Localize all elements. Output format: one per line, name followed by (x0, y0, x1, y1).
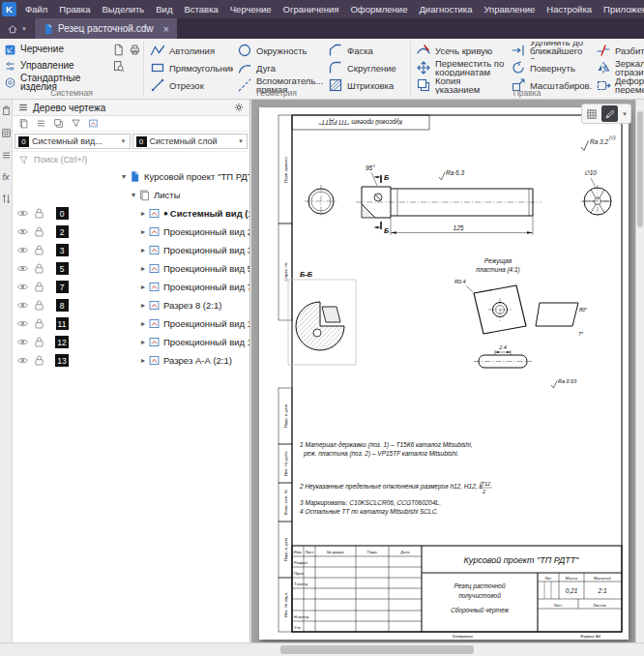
toolbar-chevron[interactable]: ▼ (620, 105, 629, 122)
fx-panel-icon[interactable]: fx (2, 172, 9, 182)
lock-icon[interactable] (31, 244, 47, 256)
tree-item-view[interactable]: 11 ▸ Проекционный вид 11 (4 (13, 314, 249, 333)
tree-copy-icon[interactable] (53, 118, 64, 129)
vertical-scrollbar-thumb[interactable] (637, 111, 643, 227)
new-document-button[interactable] (110, 42, 126, 57)
expand-arrow[interactable]: ▸ (138, 319, 148, 328)
expand-arrow[interactable]: ▾ (129, 191, 138, 199)
menu-edit[interactable]: Правка (53, 2, 96, 16)
horizontal-scrollbar-thumb[interactable] (280, 645, 474, 654)
tree-search[interactable]: Поиск (Ctrl+/) (13, 152, 249, 168)
chevron-down-icon[interactable]: ▼ (238, 138, 244, 144)
grid-panel-icon[interactable] (1, 128, 12, 138)
menu-diagnostics[interactable]: Диагностика (413, 2, 478, 16)
menu-file[interactable]: Файл (19, 2, 53, 16)
grid-toggle-button[interactable] (583, 105, 600, 122)
right-end-view[interactable]: ∅10 (581, 169, 614, 218)
expand-arrow[interactable]: ▸ (138, 227, 148, 236)
document-tab[interactable]: Резец расточной.cdw × (35, 18, 177, 39)
menu-settings[interactable]: Настройка (541, 2, 598, 16)
visibility-eye-icon[interactable] (15, 354, 31, 367)
clipboard-panel-icon[interactable] (1, 105, 12, 116)
tree-sheets-icon[interactable] (18, 118, 29, 129)
visibility-eye-icon[interactable] (15, 317, 31, 330)
lock-icon[interactable] (31, 225, 47, 238)
visibility-eye-icon[interactable] (15, 336, 31, 348)
btn-arc[interactable]: Дуга (235, 59, 324, 76)
expand-arrow[interactable]: ▸ (138, 283, 148, 291)
btn-autoline[interactable]: Автолиния (148, 42, 233, 59)
print-preview-button[interactable] (110, 58, 126, 74)
expand-arrow[interactable]: ▸ (138, 209, 148, 218)
menu-constraints[interactable]: Ограничения (278, 2, 345, 16)
visibility-eye-icon[interactable] (15, 299, 31, 312)
btn-circle[interactable]: Окружность (235, 42, 324, 59)
expand-arrow[interactable]: ▸ (138, 246, 148, 254)
lock-icon[interactable] (31, 354, 47, 367)
expand-arrow[interactable]: ▸ (138, 356, 148, 365)
menu-management[interactable]: Управление (479, 2, 542, 16)
tree-item-view[interactable]: 12 ▸ Проекционный вид 12 (4 (13, 333, 249, 351)
layer-filter-combo[interactable]: 0 Системный слой ▼ (132, 134, 249, 149)
tree-item-sheets[interactable]: ▾ Листы (13, 186, 249, 204)
section-view-bb[interactable]: Б-Б (288, 270, 356, 365)
lock-icon[interactable] (31, 207, 47, 220)
btn-split[interactable]: Разбить (594, 42, 644, 59)
tree-item-view[interactable]: 13 ▸ Разрез А-А (2:1) (13, 351, 249, 370)
btn-move-by-coords[interactable]: Переместить по координатам (414, 59, 507, 76)
visibility-eye-icon[interactable] (15, 207, 31, 220)
tree-item-view[interactable]: 5 ▸ Проекционный вид 5 (2: (13, 259, 249, 278)
tree-view-icon[interactable] (88, 118, 99, 129)
lock-icon[interactable] (31, 281, 47, 293)
btn-rectangle[interactable]: Прямоугольник (148, 59, 233, 76)
visibility-eye-icon[interactable] (15, 244, 31, 256)
home-dropdown-icon[interactable]: ▼ (21, 26, 27, 32)
ribbon-tab-drawing[interactable]: Черчение (2, 42, 108, 58)
btn-rotate[interactable]: Повернуть (509, 59, 592, 76)
list-panel-icon[interactable] (1, 150, 12, 161)
btn-chamfer[interactable]: Фаска (326, 42, 407, 59)
gear-icon[interactable] (233, 102, 245, 113)
drawing-sheet[interactable]: Перв. примен. Справ. № Подп. и дата Инв.… (259, 107, 629, 640)
tree-item-view[interactable]: 8 ▸ Разрез 8 (2:1) (13, 296, 249, 314)
lock-icon[interactable] (31, 262, 47, 275)
btn-extend[interactable]: Удлинить до ближайшего о... (509, 42, 592, 59)
btn-mirror[interactable]: Зеркально отразить (594, 59, 644, 76)
insert-view[interactable]: Режущая пластина (4:1) R0.4 80° 7° (454, 257, 588, 388)
lock-icon[interactable] (31, 299, 47, 312)
home-button[interactable]: ▼ (0, 18, 34, 39)
main-view[interactable]: Б Б 95° Ra 6.3 125 (356, 164, 542, 235)
menu-insert[interactable]: Вставка (178, 2, 223, 16)
lock-icon[interactable] (31, 317, 47, 330)
drawing-canvas[interactable]: Перв. примен. Справ. № Подп. и дата Инв.… (251, 100, 635, 642)
btn-fillet[interactable]: Скругление (326, 59, 407, 76)
tree-item-view[interactable]: 2 ▸ Проекционный вид 2 ( (13, 223, 249, 241)
visibility-eye-icon[interactable] (15, 262, 31, 275)
menu-view[interactable]: Вид (150, 2, 178, 16)
visibility-eye-icon[interactable] (15, 281, 31, 293)
menu-drawing[interactable]: Черчение (224, 2, 278, 16)
print-button[interactable] (127, 42, 142, 57)
tree-item-view[interactable]: 3 ▸ Проекционный вид 3 (2:1 (13, 241, 249, 259)
view-filter-combo[interactable]: 0 Системный вид... ▼ (15, 134, 131, 149)
expand-arrow[interactable]: ▸ (138, 338, 148, 346)
tree-item-view[interactable]: 0 ▸ ● Системный вид (1:1) (13, 204, 249, 223)
menu-select[interactable]: Выделить (96, 2, 150, 16)
tree-item-root[interactable]: ▾ Курсовой проект "ТП РДТ (13, 167, 249, 186)
expand-arrow[interactable]: ▸ (138, 264, 148, 273)
menu-design[interactable]: Оформление (344, 2, 413, 16)
tree-list-icon[interactable] (36, 118, 46, 129)
lock-icon[interactable] (31, 336, 47, 348)
btn-trim-curve[interactable]: Усечь кривую (414, 42, 507, 59)
vertical-scrollbar[interactable] (635, 100, 644, 642)
tree-item-view[interactable]: 7 ▸ Проекционный вид 7 (1: (13, 278, 249, 296)
left-end-view[interactable] (305, 185, 337, 218)
tab-close-icon[interactable]: × (162, 23, 168, 35)
menu-applications[interactable]: Приложения (598, 2, 644, 16)
expand-arrow[interactable]: ▾ (119, 172, 129, 181)
visibility-eye-icon[interactable] (15, 225, 31, 238)
horizontal-scrollbar[interactable] (251, 644, 635, 655)
expand-arrow[interactable]: ▸ (138, 301, 148, 310)
chevron-down-icon[interactable]: ▼ (121, 138, 127, 144)
tree-filter-icon[interactable] (71, 118, 81, 129)
